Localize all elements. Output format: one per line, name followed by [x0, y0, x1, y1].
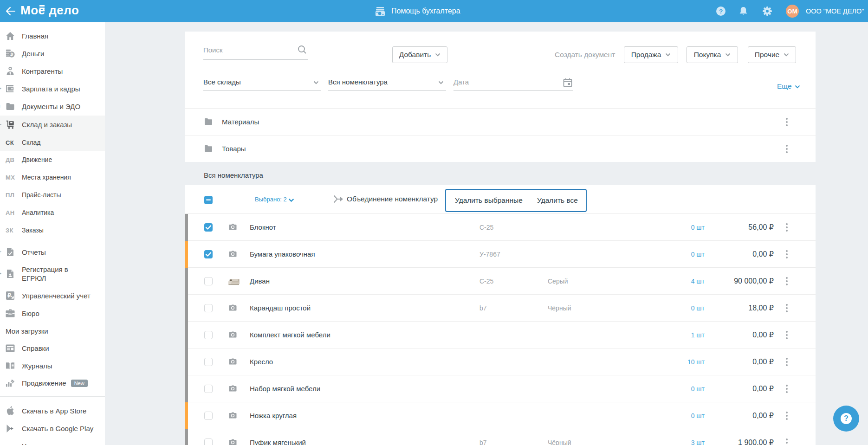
svg-text:?: ?	[719, 8, 723, 15]
svg-text:₽: ₽	[10, 52, 13, 57]
svg-text:₽: ₽	[7, 292, 11, 299]
